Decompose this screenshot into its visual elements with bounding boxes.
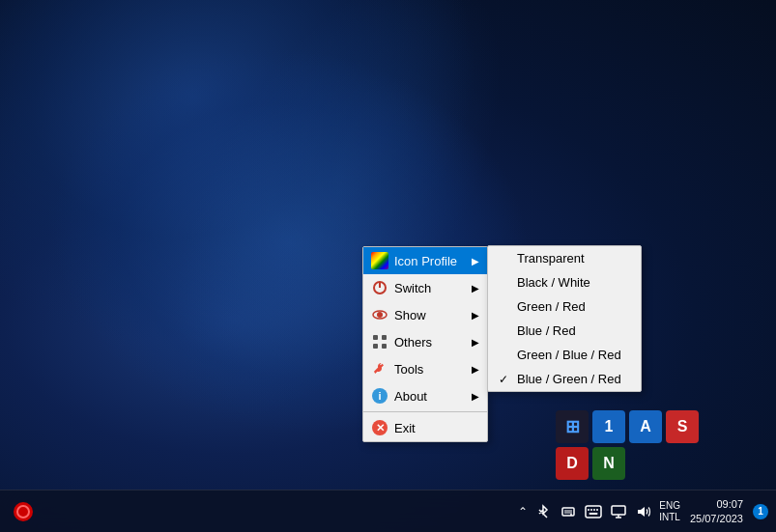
- keyboard-tray-icon[interactable]: [584, 502, 603, 521]
- svg-rect-4: [373, 335, 378, 340]
- menu-item-icon-profile[interactable]: Icon Profile ▶ Transparent Black / White…: [363, 247, 487, 274]
- menu-item-switch-label: Switch: [394, 281, 466, 295]
- svg-rect-11: [564, 510, 572, 514]
- submenu-black-white-label: Black / White: [517, 275, 590, 290]
- menu-item-about[interactable]: i About ▶: [363, 382, 487, 409]
- submenu-blue-green-red-label: Blue / Green / Red: [517, 372, 621, 386]
- submenu-transparent-label: Transparent: [517, 251, 585, 266]
- submenu-arrow-show: ▶: [472, 310, 479, 321]
- submenu-arrow-tools: ▶: [472, 364, 479, 375]
- tray-app-6[interactable]: N: [592, 447, 625, 480]
- submenu-green-red[interactable]: Green / Red: [488, 294, 641, 319]
- language-name: ENG: [659, 500, 680, 512]
- taskbar-left: [0, 496, 39, 527]
- taskbar-clock[interactable]: 09:07 25/07/2023: [686, 497, 747, 525]
- info-icon: i: [371, 387, 388, 405]
- svg-marker-22: [638, 507, 645, 517]
- exit-icon: ✕: [371, 419, 388, 436]
- language-indicator[interactable]: ENG INTL: [659, 500, 680, 523]
- tray-apps-row-2: D N: [556, 447, 699, 480]
- tray-app-2[interactable]: 1: [592, 410, 625, 443]
- submenu-transparent[interactable]: Transparent: [488, 246, 641, 270]
- eye-icon: [371, 306, 388, 323]
- tray-overflow-button[interactable]: ⌃: [518, 505, 528, 518]
- tray-app-5[interactable]: D: [556, 447, 589, 480]
- menu-item-others[interactable]: Others ▶: [363, 328, 487, 355]
- submenu-green-blue-red-label: Green / Blue / Red: [517, 348, 621, 362]
- menu-item-show[interactable]: Show ▶: [363, 301, 487, 328]
- clock-date: 25/07/2023: [690, 512, 743, 525]
- submenu-arrow-about: ▶: [472, 391, 479, 402]
- clock-time: 09:07: [716, 497, 743, 511]
- menu-item-exit-label: Exit: [394, 421, 479, 435]
- menu-item-icon-profile-label: Icon Profile: [394, 254, 466, 268]
- power-icon: [371, 279, 388, 296]
- svg-rect-7: [382, 344, 387, 349]
- menu-item-switch[interactable]: Switch ▶: [363, 274, 487, 301]
- wrench-icon: [371, 360, 388, 378]
- taskbar: ⌃: [0, 490, 776, 532]
- device-tray-icon[interactable]: [559, 502, 578, 521]
- submenu-blue-red[interactable]: Blue / Red: [488, 319, 641, 343]
- context-menu: Icon Profile ▶ Transparent Black / White…: [362, 246, 488, 442]
- menu-item-tools[interactable]: Tools ▶: [363, 355, 487, 382]
- menu-item-tools-label: Tools: [394, 362, 466, 377]
- submenu-icon-profile: Transparent Black / White Green / Red Bl…: [487, 245, 642, 392]
- menu-item-exit[interactable]: ✕ Exit: [363, 414, 487, 441]
- svg-rect-5: [382, 335, 387, 340]
- menu-divider: [363, 411, 487, 412]
- bluetooth-tray-icon[interactable]: [533, 502, 553, 521]
- tray-app-1[interactable]: ⊞: [556, 410, 589, 443]
- submenu-arrow-switch: ▶: [472, 283, 479, 294]
- svg-point-2: [377, 312, 383, 318]
- notification-badge[interactable]: 1: [753, 504, 768, 519]
- menu-item-about-label: About: [394, 389, 466, 404]
- submenu-blue-red-label: Blue / Red: [517, 323, 576, 338]
- sound-tray-icon[interactable]: [634, 502, 653, 521]
- language-layout: INTL: [659, 512, 680, 523]
- svg-rect-13: [586, 506, 601, 518]
- check-blue-green-red: ✓: [496, 373, 511, 386]
- start-button[interactable]: [8, 496, 39, 527]
- menu-item-show-label: Show: [394, 308, 466, 322]
- submenu-green-blue-red[interactable]: Green / Blue / Red: [488, 343, 641, 367]
- menu-item-others-label: Others: [394, 335, 466, 350]
- submenu-green-red-label: Green / Red: [517, 299, 586, 314]
- submenu-black-white[interactable]: Black / White: [488, 270, 641, 294]
- tray-app-4[interactable]: S: [666, 410, 699, 443]
- svg-rect-6: [373, 344, 378, 349]
- tray-app-icons: ⊞ 1 A S D N: [556, 410, 699, 480]
- svg-rect-19: [612, 506, 625, 515]
- submenu-blue-green-red[interactable]: ✓ Blue / Green / Red: [488, 367, 641, 391]
- grid-icon: [371, 333, 388, 350]
- submenu-arrow-others: ▶: [472, 337, 479, 348]
- submenu-arrow-icon-profile: ▶: [472, 256, 479, 266]
- tray-app-3[interactable]: A: [629, 410, 662, 443]
- tray-apps-row-1: ⊞ 1 A S: [556, 410, 699, 443]
- rainbow-icon: [371, 252, 388, 269]
- monitor-tray-icon[interactable]: [609, 502, 628, 521]
- taskbar-right: ⌃: [518, 497, 776, 525]
